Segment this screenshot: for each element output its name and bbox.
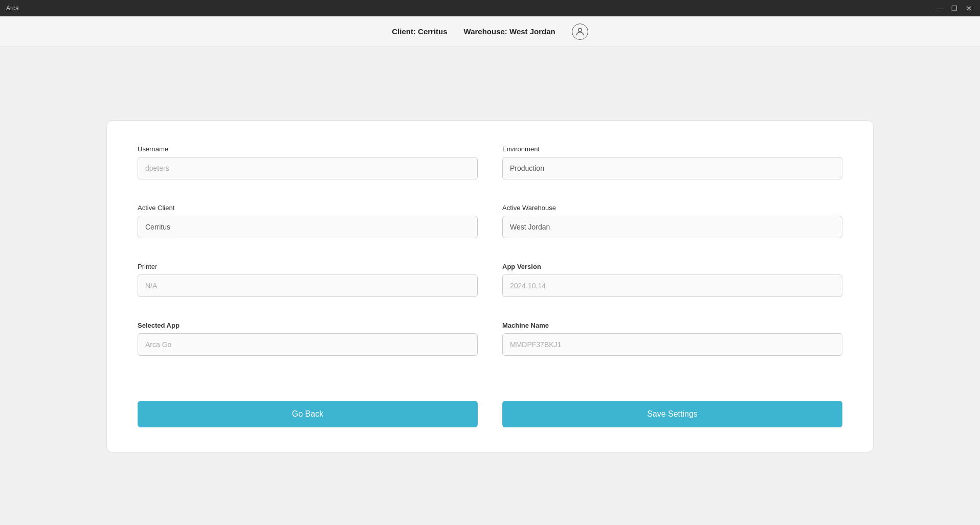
printer-input[interactable] <box>138 275 478 297</box>
selected-app-label: Selected App <box>138 322 478 329</box>
username-group: Username <box>138 145 478 179</box>
active-warehouse-input[interactable] <box>502 216 842 238</box>
machine-name-label: Machine Name <box>502 322 842 329</box>
active-warehouse-group: Active Warehouse <box>502 204 842 238</box>
go-back-button[interactable]: Go Back <box>138 401 478 427</box>
person-icon[interactable] <box>572 24 588 40</box>
app-version-group: App Version <box>502 263 842 297</box>
settings-card: Username Environment Active Client Activ… <box>106 120 874 452</box>
form-row-4: Selected App Machine Name <box>138 322 842 356</box>
active-client-input[interactable] <box>138 216 478 238</box>
selected-app-group: Selected App <box>138 322 478 356</box>
app-version-label: App Version <box>502 263 842 270</box>
header-client-label: Client: Cerritus <box>392 27 447 36</box>
printer-group: Printer <box>138 263 478 297</box>
header-info: Client: Cerritus Warehouse: West Jordan <box>392 24 588 40</box>
header-warehouse-label: Warehouse: West Jordan <box>464 27 555 36</box>
save-settings-button[interactable]: Save Settings <box>502 401 842 427</box>
minimize-button[interactable]: — <box>935 5 945 12</box>
selected-app-input[interactable] <box>138 333 478 356</box>
svg-point-0 <box>578 28 582 32</box>
active-client-label: Active Client <box>138 204 478 212</box>
app-title: Arca <box>6 5 19 12</box>
app-version-input[interactable] <box>502 275 842 297</box>
form-row-2: Active Client Active Warehouse <box>138 204 842 238</box>
window-controls: — ❐ ✕ <box>935 5 974 12</box>
username-input[interactable] <box>138 157 478 179</box>
environment-input[interactable] <box>502 157 842 179</box>
active-warehouse-label: Active Warehouse <box>502 204 842 212</box>
restore-button[interactable]: ❐ <box>949 5 960 12</box>
printer-label: Printer <box>138 263 478 270</box>
machine-name-input[interactable] <box>502 333 842 356</box>
form-row-3: Printer App Version <box>138 263 842 297</box>
form-row-1: Username Environment <box>138 145 842 179</box>
main-content: Username Environment Active Client Activ… <box>0 47 980 525</box>
active-client-group: Active Client <box>138 204 478 238</box>
button-row: Go Back Save Settings <box>138 401 842 427</box>
environment-label: Environment <box>502 145 842 153</box>
username-label: Username <box>138 145 478 153</box>
environment-group: Environment <box>502 145 842 179</box>
machine-name-group: Machine Name <box>502 322 842 356</box>
titlebar: Arca — ❐ ✕ <box>0 0 980 16</box>
close-button[interactable]: ✕ <box>964 5 974 12</box>
header-bar: Client: Cerritus Warehouse: West Jordan <box>0 16 980 47</box>
